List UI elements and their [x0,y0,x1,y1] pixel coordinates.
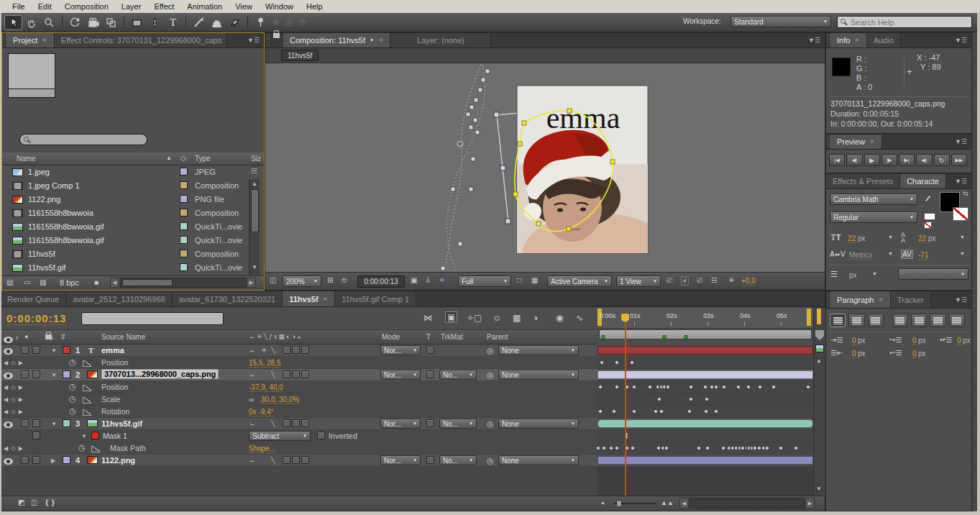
always-preview-icon[interactable]: ◫ [270,276,276,284]
project-item[interactable]: 1.jpeg Comp 1Composition [2,179,264,193]
property-value[interactable]: 15,5, 28,5 [249,359,280,368]
keyframe-nav[interactable]: ◀ ◇ ▶ [4,445,24,452]
expander-icon[interactable]: ▼ [51,421,57,427]
parent-dropdown[interactable]: None▼ [498,345,579,355]
work-area-bracket[interactable] [817,309,821,324]
close-icon[interactable]: ✕ [378,37,384,44]
layer-bar[interactable] [597,346,813,355]
delete-icon[interactable]: ■ [94,278,99,286]
solo-toggle[interactable] [21,419,29,427]
property-row-position[interactable]: ◀ ◇ ▶ ◷ Position 15,5, 28,5 [1,357,597,369]
property-name[interactable]: Mask Path [110,444,146,452]
mask-visibility-box[interactable] [32,432,40,439]
indent-left-value[interactable]: 0 [852,337,856,345]
ram-preview-button[interactable]: ▶▶ [951,154,967,166]
tab-avatar-2512[interactable]: avatar_2512_1310296968 [66,291,172,306]
hand-tool[interactable] [22,15,40,30]
mask-track[interactable]: I [597,430,813,442]
play-button[interactable]: ▶ [864,154,880,166]
chevron-down-icon[interactable]: ▼ [960,234,965,240]
blend-mode-dropdown[interactable]: Nor...▼ [380,345,421,355]
draft-3d-icon[interactable]: ✧▢ [467,313,482,323]
tab-layer[interactable]: Layer: (none) [390,33,491,47]
tab-render-queue[interactable]: Render Queue [1,291,66,306]
property-row-rotation[interactable]: ◀ ◇ ▶ ◷ Rotation 0x -9,4° [1,406,597,418]
justify-all-button[interactable] [949,314,965,327]
flowchart-icon[interactable]: ☵ [251,167,257,175]
zoom-slider-thumb[interactable] [616,500,622,507]
menu-view[interactable]: View [229,2,259,11]
magnification-dropdown[interactable]: 200%▼ [283,275,321,287]
switch-box[interactable] [283,419,290,427]
tab-project[interactable]: Project✕ [6,33,55,47]
tab-info[interactable]: Info✕ [830,33,867,47]
expander-icon[interactable]: ▼ [51,347,57,354]
stopwatch-icon[interactable]: ◷ [69,358,76,366]
switch-box[interactable] [301,346,309,354]
label-swatch[interactable] [180,236,188,244]
project-item[interactable]: 11hvs5f.gifQuickTi...ovie [2,261,264,275]
expander-icon[interactable]: ▶ [51,457,55,464]
eye-icon[interactable] [4,458,13,465]
blend-mode-dropdown[interactable]: Nor...▼ [380,370,421,380]
sort-arrow-icon[interactable]: ▲ [166,155,172,161]
mini-fill-swatch[interactable] [924,213,935,220]
label-swatch[interactable] [180,168,188,176]
trkmat-dropdown[interactable]: No...▼ [439,419,477,429]
blend-mode-dropdown[interactable]: Nor...▼ [380,455,421,465]
timeline-horizontal-scrollbar[interactable] [690,498,805,509]
breadcrumb[interactable]: 11hvs5f [281,50,319,61]
layer-row-emma[interactable]: ▼ 1 T emma ⌙☀╲ Nor...▼ ◎ None▼ [1,345,597,357]
eye-icon[interactable] [4,421,13,428]
align-right-button[interactable] [868,314,884,327]
eraser-tool[interactable] [226,15,244,30]
column-name[interactable]: Name [17,155,36,163]
project-item[interactable]: 1161558h8bwwoia.gifQuickTi...ovie [2,220,264,234]
layer-row-caps[interactable]: ▼ 2 3707013...29968000_caps.png ⌙╲ Nor..… [1,369,597,381]
frame-blending-icon[interactable]: ▦ [513,313,521,323]
camera-tool[interactable] [84,15,102,30]
tab-tracker[interactable]: Tracker [891,291,931,308]
layer-name-selected[interactable]: 3707013...29968000_caps.png [101,369,219,379]
scroll-right-icon[interactable]: ▶ [247,278,256,288]
current-timecode[interactable]: 0:00:00:13 [6,312,66,325]
space-before-value[interactable]: 0 [852,350,856,358]
leading-value[interactable]: 22 [918,234,926,243]
project-item[interactable]: 1.jpegJPEG☵ [2,165,264,179]
zoom-tool[interactable] [40,15,58,30]
tracking-value[interactable]: -71 [918,251,928,260]
font-family-dropdown[interactable]: Cambria Math▼ [830,193,917,205]
shape-tool[interactable] [128,15,146,30]
pick-whip-icon[interactable]: ◎ [487,456,494,465]
project-item[interactable]: 11hvs5fComposition [2,247,264,261]
keyframe-track[interactable] [597,357,813,369]
project-item[interactable]: 1161558h8bwwoiaComposition [2,206,264,220]
property-name[interactable]: Position [101,358,128,367]
scrollbar-thumb[interactable] [122,279,173,286]
menu-layer[interactable]: Layer [115,2,148,11]
parent-dropdown[interactable]: None▼ [498,419,579,429]
label-swatch[interactable] [180,222,188,230]
align-center-button[interactable] [848,314,864,327]
font-size-value[interactable]: 22 [848,234,856,243]
frame-back-button[interactable]: ◀| [846,154,862,166]
timeline-zoom-slider[interactable] [613,503,656,504]
panel-menu-icon[interactable]: ▼☰ [951,174,971,188]
live-update-icon[interactable]: ▣ [445,311,457,323]
label-swatch[interactable] [180,263,188,271]
menu-animation[interactable]: Animation [180,2,229,11]
preserve-transparency-toggle[interactable] [426,419,434,427]
menu-file[interactable]: File [6,2,32,11]
tab-11hvs5f-gif-comp[interactable]: 11hvs5f.gif Comp 1 [335,291,416,306]
space-after-value[interactable]: 0 [912,350,917,358]
reset-exposure-icon[interactable]: ✳ [728,276,734,284]
close-icon[interactable]: ✕ [878,296,884,304]
resolution-dropdown[interactable]: Full▼ [458,275,511,287]
justify-last-right-button[interactable] [930,314,945,327]
switch-box[interactable] [283,370,290,378]
eye-icon[interactable] [4,373,13,379]
chevron-down-icon[interactable]: ▼ [960,251,965,256]
scroll-left-icon[interactable]: ◀ [679,498,689,509]
tab-audio[interactable]: Audio [867,33,901,47]
lock-toggle[interactable] [32,370,40,378]
